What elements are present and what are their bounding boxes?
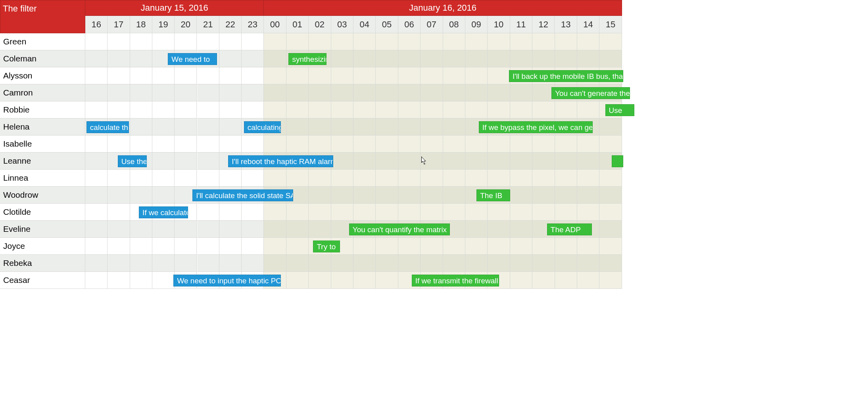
grid-cell[interactable] — [130, 187, 152, 204]
grid-cell[interactable] — [532, 238, 555, 255]
grid-cell[interactable] — [197, 170, 219, 187]
grid-cell[interactable] — [532, 153, 555, 170]
grid-cell[interactable] — [85, 136, 108, 153]
timeline-event[interactable]: I'll reboot the haptic RAM alarm, — [228, 155, 333, 167]
grid-cell[interactable] — [197, 84, 219, 101]
timeline-event[interactable]: calculate the — [86, 121, 129, 133]
grid-cell[interactable] — [443, 50, 465, 67]
grid-cell[interactable] — [398, 84, 421, 101]
grid-cell[interactable] — [510, 153, 532, 170]
grid-cell[interactable] — [353, 238, 376, 255]
grid-cell[interactable] — [286, 238, 309, 255]
grid-cell[interactable] — [465, 204, 488, 221]
grid-cell[interactable] — [465, 238, 488, 255]
grid-cell[interactable] — [242, 33, 264, 50]
grid-cell[interactable] — [219, 238, 242, 255]
grid-cell[interactable] — [331, 187, 353, 204]
grid-cell[interactable] — [398, 50, 421, 67]
grid-cell[interactable] — [152, 84, 175, 101]
grid-cell[interactable] — [465, 255, 488, 272]
resource-cell[interactable]: Green — [0, 33, 85, 50]
grid-cell[interactable] — [108, 170, 130, 187]
grid-cell[interactable] — [219, 101, 242, 118]
resource-cell[interactable]: Leanne — [0, 153, 85, 170]
grid-cell[interactable] — [264, 221, 286, 238]
grid-cell[interactable] — [555, 170, 577, 187]
resource-cell[interactable]: Ceasar — [0, 272, 85, 289]
grid-cell[interactable] — [555, 33, 577, 50]
grid-cell[interactable] — [175, 153, 197, 170]
grid-cell[interactable] — [376, 50, 398, 67]
grid-cell[interactable] — [510, 84, 532, 101]
grid-cell[interactable] — [421, 136, 443, 153]
grid-cell[interactable] — [465, 67, 488, 84]
grid-cell[interactable] — [197, 204, 219, 221]
grid-cell[interactable] — [85, 153, 108, 170]
grid-cell[interactable] — [353, 153, 376, 170]
grid-cell[interactable] — [510, 101, 532, 118]
grid-cell[interactable] — [443, 33, 465, 50]
grid-cell[interactable] — [488, 255, 510, 272]
resource-cell[interactable]: Linnea — [0, 170, 85, 187]
grid-cell[interactable] — [309, 170, 331, 187]
grid-cell[interactable] — [398, 136, 421, 153]
grid-cell[interactable] — [599, 136, 622, 153]
timeline-event[interactable]: synthesizing — [288, 53, 326, 65]
grid-cell[interactable] — [398, 255, 421, 272]
grid-cell[interactable] — [152, 255, 175, 272]
grid-cell[interactable] — [219, 33, 242, 50]
grid-cell[interactable] — [488, 153, 510, 170]
grid-cell[interactable] — [197, 118, 219, 136]
grid-cell[interactable] — [264, 170, 286, 187]
grid-cell[interactable] — [577, 187, 599, 204]
grid-cell[interactable] — [353, 101, 376, 118]
resource-cell[interactable]: Eveline — [0, 221, 85, 238]
timeline-event[interactable]: calculating — [244, 121, 281, 133]
grid-cell[interactable] — [599, 187, 622, 204]
grid-cell[interactable] — [443, 187, 465, 204]
grid-cell[interactable] — [398, 170, 421, 187]
grid-cell[interactable] — [532, 50, 555, 67]
grid-cell[interactable] — [532, 187, 555, 204]
grid-cell[interactable] — [286, 204, 309, 221]
grid-cell[interactable] — [108, 136, 130, 153]
grid-cell[interactable] — [443, 84, 465, 101]
grid-cell[interactable] — [532, 101, 555, 118]
grid-cell[interactable] — [108, 272, 130, 289]
grid-cell[interactable] — [264, 50, 286, 67]
grid-cell[interactable] — [152, 272, 175, 289]
grid-cell[interactable] — [555, 204, 577, 221]
grid-cell[interactable] — [421, 101, 443, 118]
grid-cell[interactable] — [331, 84, 353, 101]
grid-cell[interactable] — [577, 153, 599, 170]
timeline-event[interactable]: If we calculate — [139, 206, 188, 218]
grid-cell[interactable] — [286, 272, 309, 289]
grid-cell[interactable] — [219, 221, 242, 238]
grid-cell[interactable] — [376, 118, 398, 136]
grid-cell[interactable] — [286, 84, 309, 101]
grid-cell[interactable] — [510, 136, 532, 153]
grid-cell[interactable] — [488, 50, 510, 67]
grid-cell[interactable] — [398, 118, 421, 136]
grid-cell[interactable] — [108, 101, 130, 118]
grid-cell[interactable] — [286, 101, 309, 118]
grid-cell[interactable] — [555, 238, 577, 255]
grid-cell[interactable] — [532, 204, 555, 221]
grid-cell[interactable] — [108, 187, 130, 204]
grid-cell[interactable] — [286, 170, 309, 187]
grid-cell[interactable] — [443, 153, 465, 170]
grid-cell[interactable] — [85, 187, 108, 204]
timeline-event[interactable] — [612, 155, 623, 167]
grid-cell[interactable] — [242, 50, 264, 67]
grid-cell[interactable] — [309, 118, 331, 136]
grid-cell[interactable] — [443, 67, 465, 84]
timeline-event[interactable]: I'll back up the mobile IB bus, that — [509, 70, 623, 82]
grid-cell[interactable] — [599, 118, 622, 136]
grid-cell[interactable] — [532, 136, 555, 153]
grid-cell[interactable] — [599, 238, 622, 255]
grid-cell[interactable] — [85, 272, 108, 289]
grid-cell[interactable] — [309, 136, 331, 153]
grid-cell[interactable] — [488, 221, 510, 238]
grid-cell[interactable] — [577, 204, 599, 221]
grid-cell[interactable] — [264, 84, 286, 101]
